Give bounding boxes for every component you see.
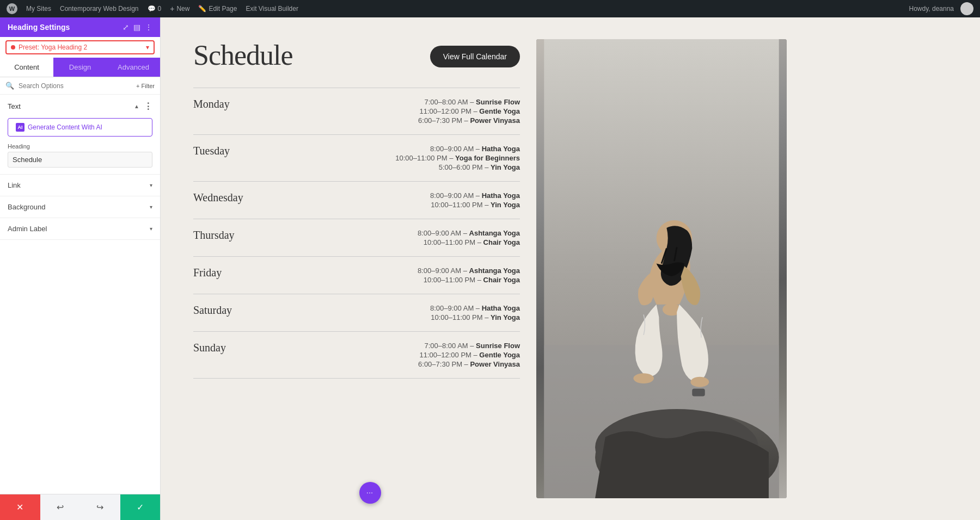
svg-point-7 <box>690 377 709 387</box>
day-classes: 7:00–8:00 AM – Sunrise Flow11:00–12:00 P… <box>418 98 520 125</box>
ai-generate-button[interactable]: AI Generate Content With AI <box>8 118 152 137</box>
avatar <box>960 2 973 15</box>
admin-bar: W My Sites Contemporary Web Design 💬 0 +… <box>0 0 980 17</box>
undo-button[interactable]: ↩ <box>40 494 81 520</box>
cancel-button[interactable]: ✕ <box>0 494 40 520</box>
class-item: 10:00–11:00 PM – Chair Yoga <box>418 238 520 246</box>
schedule-days: Monday7:00–8:00 AM – Sunrise Flow11:00–1… <box>193 88 520 379</box>
class-item: 7:00–8:00 AM – Sunrise Flow <box>418 98 520 106</box>
class-item: 10:00–11:00 PM – Yin Yoga <box>430 201 520 209</box>
schedule-day: Tuesday8:00–9:00 AM – Hatha Yoga10:00–11… <box>193 134 520 181</box>
content-area: Schedule View Full Calendar Monday7:00–8… <box>161 17 980 520</box>
yoga-photo <box>536 39 787 498</box>
text-chevron-icon[interactable]: ▲ <box>134 103 139 109</box>
class-item: 5:00–6:00 PM – Yin Yoga <box>395 163 520 171</box>
panel-search: 🔍 + Filter <box>0 77 160 95</box>
class-item: 7:00–8:00 AM – Sunrise Flow <box>418 342 520 350</box>
panel-title: Heading Settings <box>8 23 70 32</box>
howdy-label: Howdy, deanna <box>909 5 954 13</box>
preset-chevron: ▾ <box>146 44 149 51</box>
comments-link[interactable]: 💬 0 <box>148 5 162 13</box>
fullscreen-icon[interactable]: ⤢ <box>122 23 129 32</box>
day-name: Wednesday <box>193 191 270 204</box>
class-item: 8:00–9:00 AM – Hatha Yoga <box>430 191 520 200</box>
admin-label-section[interactable]: Admin Label ▾ <box>0 218 160 240</box>
wp-logo[interactable]: W <box>7 3 17 14</box>
preset-label: Preset: Yoga Heading 2 <box>19 44 87 51</box>
link-section[interactable]: Link ▾ <box>0 175 160 196</box>
text-section-title: Text <box>8 102 21 110</box>
filter-button[interactable]: + Filter <box>136 83 155 89</box>
day-name: Thursday <box>193 229 270 242</box>
text-section-header[interactable]: Text ▲ ⋮ <box>0 95 160 116</box>
admin-label-section-title: Admin Label <box>8 225 47 233</box>
text-dots-icon[interactable]: ⋮ <box>144 101 152 112</box>
photo-section <box>536 39 787 498</box>
background-section[interactable]: Background ▾ <box>0 196 160 218</box>
class-item: 8:00–9:00 AM – Ashtanga Yoga <box>418 267 520 275</box>
schedule-header: Schedule View Full Calendar <box>193 39 520 71</box>
schedule-day: Friday8:00–9:00 AM – Ashtanga Yoga10:00–… <box>193 256 520 294</box>
tab-advanced[interactable]: Advanced <box>107 58 160 77</box>
class-item: 11:00–12:00 PM – Gentle Yoga <box>418 107 520 115</box>
class-item: 8:00–9:00 AM – Hatha Yoga <box>430 304 520 312</box>
panel-header: Heading Settings ⤢ ▤ ⋮ <box>0 17 160 37</box>
schedule-day: Saturday8:00–9:00 AM – Hatha Yoga10:00–1… <box>193 294 520 331</box>
search-input[interactable] <box>19 82 132 90</box>
left-panel: Heading Settings ⤢ ▤ ⋮ Preset: Yoga Head… <box>0 17 161 520</box>
link-chevron-icon: ▾ <box>150 182 152 188</box>
ai-generate-label: Generate Content With AI <box>28 123 102 131</box>
class-item: 6:00–7:30 PM – Power Vinyasa <box>418 116 520 125</box>
redo-button[interactable]: ↪ <box>80 494 120 520</box>
yoga-figure-svg <box>536 39 787 498</box>
panel-tabs: Content Design Advanced <box>0 58 160 77</box>
heading-field-label: Heading <box>0 143 160 152</box>
heading-input[interactable] <box>8 152 152 168</box>
class-item: 8:00–9:00 AM – Hatha Yoga <box>395 145 520 153</box>
background-section-title: Background <box>8 203 45 211</box>
exit-builder-link[interactable]: Exit Visual Builder <box>246 5 298 13</box>
day-name: Monday <box>193 98 270 110</box>
edit-page-link[interactable]: ✏️ Edit Page <box>198 5 237 13</box>
day-classes: 8:00–9:00 AM – Hatha Yoga10:00–11:00 PM … <box>430 191 520 209</box>
link-section-title: Link <box>8 181 21 189</box>
day-classes: 8:00–9:00 AM – Hatha Yoga10:00–11:00 PM … <box>430 304 520 321</box>
schedule-section: Schedule View Full Calendar Monday7:00–8… <box>193 39 520 498</box>
text-section-icons: ▲ ⋮ <box>134 101 152 112</box>
day-classes: 8:00–9:00 AM – Ashtanga Yoga10:00–11:00 … <box>418 267 520 284</box>
save-button[interactable]: ✓ <box>120 494 161 520</box>
ai-icon: AI <box>16 123 24 132</box>
tab-design[interactable]: Design <box>53 58 107 77</box>
schedule-title: Schedule <box>193 39 293 71</box>
search-icon: 🔍 <box>5 82 14 90</box>
admin-bar-right: Howdy, deanna <box>909 2 974 15</box>
svg-rect-8 <box>692 388 705 396</box>
day-classes: 8:00–9:00 AM – Ashtanga Yoga10:00–11:00 … <box>418 229 520 246</box>
tab-content[interactable]: Content <box>0 58 53 77</box>
class-item: 10:00–11:00 PM – Yoga for Beginners <box>395 154 520 162</box>
columns-icon[interactable]: ▤ <box>133 23 140 32</box>
fab-button[interactable]: ••• <box>359 482 381 504</box>
class-item: 10:00–11:00 PM – Chair Yoga <box>418 276 520 284</box>
class-item: 8:00–9:00 AM – Ashtanga Yoga <box>418 229 520 237</box>
preset-dot <box>11 45 15 49</box>
svg-point-6 <box>633 373 654 383</box>
panel-header-icons: ⤢ ▤ ⋮ <box>122 23 152 32</box>
fab-icon: ••• <box>367 491 373 494</box>
schedule-day: Wednesday8:00–9:00 AM – Hatha Yoga10:00–… <box>193 181 520 219</box>
class-item: 10:00–11:00 PM – Yin Yoga <box>430 313 520 321</box>
more-icon[interactable]: ⋮ <box>145 23 152 32</box>
site-name-link[interactable]: Contemporary Web Design <box>60 5 139 13</box>
preset-bar[interactable]: Preset: Yoga Heading 2 ▾ <box>5 40 155 54</box>
day-name: Tuesday <box>193 145 270 157</box>
class-item: 11:00–12:00 PM – Gentle Yoga <box>418 351 520 359</box>
schedule-day: Thursday8:00–9:00 AM – Ashtanga Yoga10:0… <box>193 219 520 256</box>
day-classes: 8:00–9:00 AM – Hatha Yoga10:00–11:00 PM … <box>395 145 520 171</box>
day-name: Saturday <box>193 304 270 317</box>
new-link[interactable]: + New <box>170 4 189 13</box>
day-name: Sunday <box>193 342 270 354</box>
view-calendar-button[interactable]: View Full Calendar <box>430 46 520 67</box>
my-sites-link[interactable]: My Sites <box>26 5 51 13</box>
day-name: Friday <box>193 267 270 279</box>
schedule-day: Sunday7:00–8:00 AM – Sunrise Flow11:00–1… <box>193 331 520 379</box>
